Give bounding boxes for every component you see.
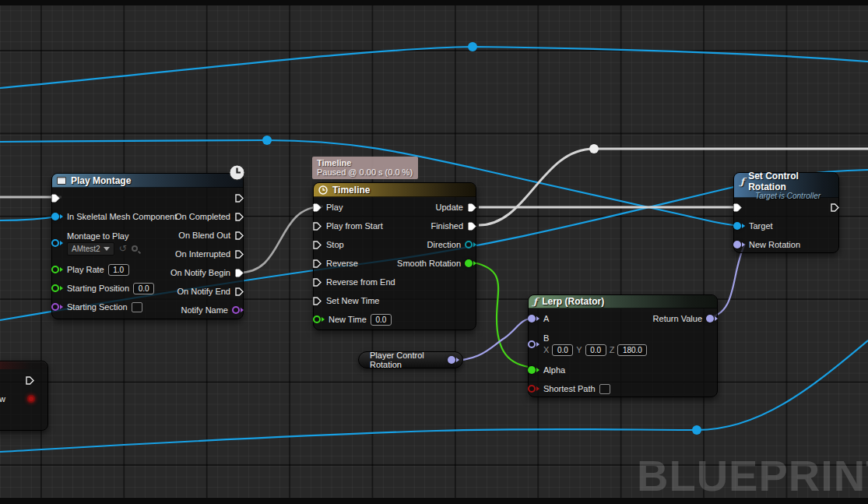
byte-pin[interactable] [465, 241, 476, 248]
object-pin[interactable] [51, 239, 63, 247]
exec-out-pin[interactable] [234, 287, 244, 297]
search-icon[interactable] [132, 245, 138, 252]
node-partial-left[interactable]: aw [0, 361, 48, 431]
rotator-pin[interactable] [706, 315, 718, 322]
b-y-input[interactable] [585, 344, 606, 356]
starting-position-input[interactable] [133, 283, 154, 294]
reroute-node[interactable] [262, 136, 272, 145]
float-pin[interactable] [465, 259, 476, 267]
wire-exec-notifybegin-to-play[interactable] [237, 206, 323, 273]
pin-label: On Completed [175, 212, 230, 221]
blueprint-graph-canvas[interactable]: BLUEPRINT Play Montage In Skele [0, 0, 868, 504]
axis-label-z: Z [610, 345, 615, 354]
pin-label: On Interrupted [175, 249, 230, 259]
exec-in-pin[interactable] [312, 259, 322, 269]
node-header[interactable]: Timeline [314, 183, 476, 197]
node-play-montage[interactable]: Play Montage In Skeletal Mesh Component … [51, 173, 244, 319]
exec-out-pin[interactable] [234, 249, 244, 259]
exec-out-pin[interactable] [234, 268, 244, 278]
latent-clock-icon [229, 164, 245, 181]
node-lerp-rotator[interactable]: ƒ Lerp (Rotator) A B X Y Z [528, 294, 718, 397]
pin-label: Play Rate [67, 265, 104, 274]
play-rate-input[interactable] [108, 264, 129, 276]
pin-label: Smooth Rotation [397, 259, 461, 268]
bool-pin[interactable] [528, 385, 539, 393]
pin-label: On Blend Out [178, 231, 230, 240]
node-title: Timeline [332, 185, 370, 196]
node-title: Set Control Rotation [748, 171, 832, 192]
pin-label: Update [436, 203, 463, 212]
name-pin[interactable] [51, 303, 63, 311]
pin-label: Target [749, 221, 773, 231]
axis-label-y: Y [576, 345, 582, 354]
pin-label: Montage to Play [67, 231, 138, 241]
pin-label: Shortest Path [543, 384, 596, 393]
rotator-pin[interactable] [448, 356, 459, 364]
rotator-pin[interactable] [528, 340, 539, 348]
exec-in-pin[interactable] [312, 240, 322, 250]
shortest-path-checkbox[interactable] [599, 384, 610, 394]
float-pin[interactable] [51, 284, 63, 292]
object-pin[interactable] [51, 213, 63, 220]
canvas-edge-top [0, 0, 868, 5]
node-header[interactable] [0, 361, 47, 369]
pin-label: In Skeletal Mesh Component [67, 212, 177, 221]
exec-in-pin[interactable] [51, 193, 61, 203]
exec-out-pin[interactable] [234, 212, 244, 222]
montage-select[interactable]: AMtest2 [67, 242, 114, 256]
float-pin[interactable] [313, 315, 325, 323]
wire-object-top[interactable] [0, 47, 868, 88]
object-pin[interactable] [733, 222, 745, 230]
starting-section-field[interactable] [132, 302, 142, 312]
exec-in-pin[interactable] [312, 221, 322, 231]
pin-label: aw [0, 394, 5, 404]
chevron-down-icon [104, 247, 110, 251]
b-x-input[interactable] [552, 344, 573, 356]
b-z-input[interactable] [617, 344, 647, 356]
exec-in-pin[interactable] [312, 277, 322, 287]
pin-label: A [543, 314, 549, 323]
pin-label: Play [326, 203, 343, 212]
pin-label: New Rotation [749, 240, 800, 249]
reroute-node[interactable] [589, 144, 599, 153]
clock-icon [318, 185, 328, 195]
node-set-control-rotation[interactable]: ƒ Set Control Rotation Target is Control… [733, 172, 839, 253]
reroute-node[interactable] [468, 42, 477, 51]
rotator-pin[interactable] [733, 241, 745, 248]
pin-label: On Notify End [177, 287, 230, 296]
exec-out-pin[interactable] [25, 375, 35, 386]
pin-label: Return Value [653, 314, 702, 323]
node-header[interactable]: ƒ Set Control Rotation Target is Control… [734, 173, 838, 198]
timeline-tooltip: Timeline Paused @ 0.00 s (0.0 %) [312, 157, 418, 179]
pin-label: Starting Position [67, 284, 129, 293]
exec-out-pin[interactable] [830, 203, 840, 213]
pin-label: Set New Time [326, 296, 379, 305]
wire-float-smoothrotation-to-alpha[interactable] [473, 263, 534, 368]
rotator-pin[interactable] [528, 315, 539, 322]
new-time-input[interactable] [371, 314, 392, 326]
node-header[interactable]: Play Montage [52, 174, 243, 188]
reset-icon[interactable]: ↺ [119, 244, 127, 253]
float-pin[interactable] [51, 266, 63, 273]
pin-label: Notify Name [181, 305, 228, 315]
name-pin[interactable] [232, 306, 244, 314]
pin-label: Reverse from End [326, 277, 395, 287]
exec-in-pin[interactable] [733, 203, 743, 213]
float-pin[interactable] [528, 366, 539, 374]
node-timeline[interactable]: Timeline Play Play from Start Stop Rever… [313, 182, 476, 330]
exec-out-pin[interactable] [234, 231, 244, 241]
exec-in-row [52, 189, 61, 207]
exec-in-pin[interactable] [312, 203, 322, 213]
canvas-edge-bottom [0, 498, 868, 504]
node-header[interactable]: ƒ Lerp (Rotator) [529, 295, 717, 308]
exec-out-pin[interactable] [467, 221, 477, 231]
node-player-control-rotation-getter[interactable]: Player Control Rotation [358, 351, 463, 368]
pin-label: Direction [427, 240, 461, 249]
exec-out-pin[interactable] [467, 203, 477, 213]
pin-label: Play from Start [326, 221, 383, 231]
exec-in-pin[interactable] [312, 296, 322, 306]
reroute-node[interactable] [692, 425, 701, 435]
tooltip-status: Paused @ 0.00 s (0.0 %) [317, 167, 413, 177]
bool-pin[interactable] [27, 395, 35, 403]
exec-out-pin[interactable] [234, 193, 244, 203]
